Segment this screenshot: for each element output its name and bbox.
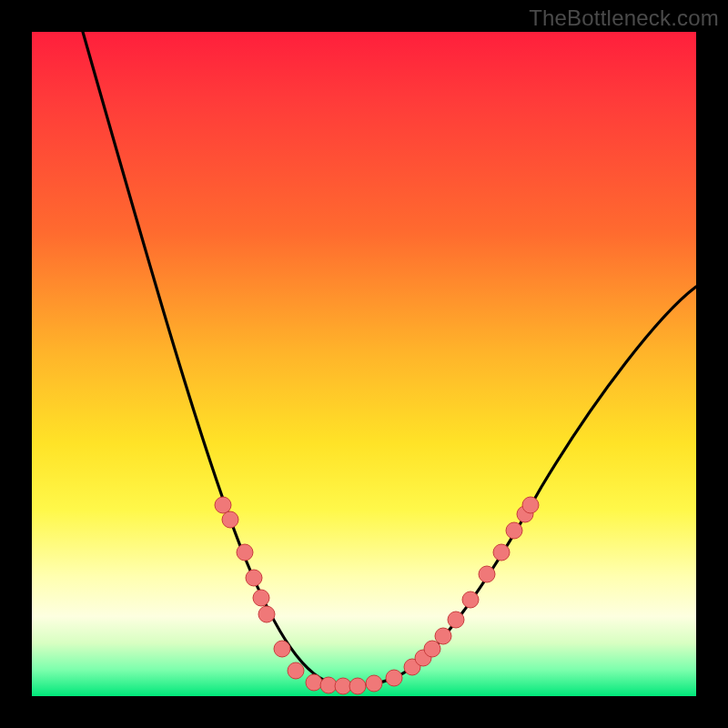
data-marker (493, 544, 510, 561)
watermark-text: TheBottleneck.com (529, 5, 719, 31)
data-marker (222, 511, 238, 528)
data-marker (246, 570, 262, 586)
chart-frame: TheBottleneck.com (0, 0, 728, 728)
data-marker (237, 544, 253, 561)
data-marker (424, 641, 440, 657)
data-marker (386, 670, 402, 686)
plot-area (32, 32, 696, 696)
data-marker (506, 522, 522, 539)
chart-svg (32, 32, 696, 696)
data-marker (462, 592, 479, 608)
data-marker (448, 612, 464, 628)
data-marker (479, 566, 495, 582)
data-marker (522, 497, 539, 513)
data-marker (320, 677, 337, 693)
data-marker (366, 675, 382, 692)
data-marker (306, 674, 322, 691)
data-marker (288, 662, 304, 679)
data-markers (215, 497, 539, 694)
data-marker (274, 641, 290, 657)
data-marker (349, 678, 366, 694)
data-marker (258, 606, 275, 622)
bottleneck-curve (83, 32, 696, 685)
data-marker (435, 628, 451, 644)
data-marker (215, 497, 231, 513)
data-marker (335, 678, 351, 694)
data-marker (253, 590, 269, 606)
